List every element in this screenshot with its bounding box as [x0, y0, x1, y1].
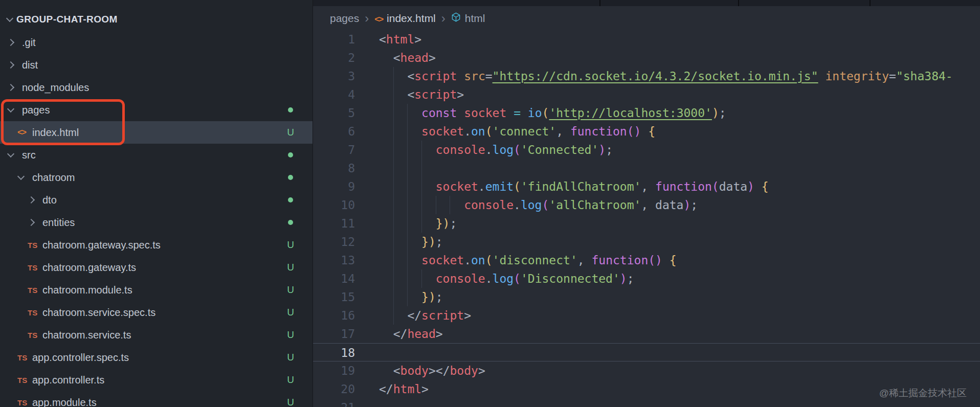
code-token: body	[450, 364, 478, 377]
line-number: 7	[313, 141, 355, 159]
code-line-19[interactable]: 19<body></body>	[313, 361, 980, 380]
indent-guide	[407, 269, 421, 288]
code-line-1[interactable]: 1<html>	[313, 30, 980, 49]
code-line-18[interactable]: 18	[313, 343, 980, 361]
tree-item-dto[interactable]: dto	[0, 189, 313, 211]
chevron-down-icon[interactable]	[17, 173, 25, 180]
code-line-11[interactable]: 11});	[313, 214, 980, 233]
code-token: =	[514, 106, 521, 120]
tree-item-chatroom-service-ts[interactable]: TSchatroom.service.tsU	[0, 324, 313, 346]
line-number: 9	[313, 177, 355, 196]
code-line-15[interactable]: 15});	[313, 288, 980, 306]
code-token: (	[485, 254, 493, 267]
code-line-3[interactable]: 3<script src="https://cdn.socket.io/4.3.…	[313, 67, 980, 85]
code-token: )	[683, 198, 691, 212]
code-token: (	[485, 125, 493, 138]
code-token: socket	[464, 106, 506, 120]
code-token: ;	[436, 290, 443, 304]
file-tree: .gitdistnode_modulespages<>index.htmlUsr…	[0, 31, 313, 407]
code-line-6[interactable]: 6socket.on('connect', function() {	[313, 122, 980, 141]
explorer-section-header[interactable]: GROUP-CHAT-ROOM	[0, 10, 313, 29]
code-token: const	[421, 106, 457, 120]
code-line-14[interactable]: 14console.log('Disconnected');	[313, 269, 980, 288]
code-text: console.log('Disconnected');	[379, 269, 634, 288]
chevron-right-icon[interactable]	[7, 61, 14, 69]
code-text: const socket = io('http://localhost:3000…	[379, 104, 726, 122]
code-text: });	[379, 233, 443, 251]
tree-item--git[interactable]: .git	[0, 31, 313, 54]
code-token: </	[407, 309, 421, 322]
modified-dot-badge	[286, 152, 295, 157]
code-token: function	[591, 254, 648, 267]
code-line-2[interactable]: 2<head>	[313, 49, 980, 67]
tree-item-chatroom[interactable]: chatroom	[0, 166, 313, 189]
tree-item-dist[interactable]: dist	[0, 54, 313, 76]
code-line-10[interactable]: 10console.log('allChatroom', data);	[313, 196, 980, 214]
indent-guide	[407, 122, 421, 141]
code-line-4[interactable]: 4<script>	[313, 85, 980, 104]
code-line-8[interactable]: 8	[313, 159, 980, 177]
code-token: .	[514, 198, 521, 212]
tree-item-chatroom-gateway-spec-ts[interactable]: TSchatroom.gateway.spec.tsU	[0, 234, 313, 256]
code-token: )	[429, 235, 436, 248]
indent-guide	[421, 159, 436, 177]
breadcrumb-item-html[interactable]: html	[451, 12, 485, 25]
code-line-12[interactable]: 12});	[313, 233, 980, 251]
code-text: socket.on('disconnect', function() {	[379, 251, 677, 269]
chevron-down-icon[interactable]	[7, 150, 14, 157]
line-number: 18	[313, 344, 355, 361]
code-token: )	[747, 180, 754, 193]
chevron-right-icon[interactable]	[7, 39, 14, 46]
code-token: data	[719, 180, 747, 193]
git-untracked-badge: U	[286, 284, 295, 296]
tree-item-chatroom-service-spec-ts[interactable]: TSchatroom.service.spec.tsU	[0, 301, 313, 324]
tree-item-app-controller-ts[interactable]: TSapp.controller.tsU	[0, 369, 313, 391]
code-text	[379, 344, 393, 361]
tree-item-chatroom-module-ts[interactable]: TSchatroom.module.tsU	[0, 279, 313, 301]
indent-guide	[379, 251, 393, 269]
breadcrumb-label: pages	[330, 12, 359, 24]
tree-item-index-html[interactable]: <>index.htmlU	[0, 121, 313, 144]
chevron-right-icon[interactable]	[7, 84, 14, 91]
tree-item-src[interactable]: src	[0, 144, 313, 166]
tree-item-app-controller-spec-ts[interactable]: TSapp.controller.spec.tsU	[0, 346, 313, 369]
code-token: on	[471, 254, 485, 267]
code-line-17[interactable]: 17</head>	[313, 325, 980, 343]
chevron-down-icon[interactable]	[7, 105, 14, 112]
breadcrumb-item-index-html[interactable]: <>index.html	[374, 12, 436, 25]
tree-item-app-module-ts[interactable]: TSapp.module.tsU	[0, 391, 313, 407]
code-line-9[interactable]: 9socket.emit('findAllChatroom', function…	[313, 177, 980, 196]
indent-guide	[421, 141, 436, 159]
code-token: {	[648, 125, 655, 138]
typescript-file-icon: TS	[28, 241, 37, 250]
code-token: 'findAllChatroom'	[521, 180, 641, 193]
code-token	[521, 106, 528, 120]
line-number: 20	[313, 380, 355, 398]
code-token: head	[407, 327, 435, 341]
code-token	[457, 106, 464, 120]
code-token: ,	[556, 125, 563, 138]
chevron-right-icon[interactable]	[28, 196, 35, 204]
code-token: .	[478, 180, 485, 193]
indent-guide	[379, 214, 393, 233]
tree-item-chatroom-gateway-ts[interactable]: TSchatroom.gateway.tsU	[0, 256, 313, 279]
code-token: ,	[577, 254, 585, 267]
tree-item-node-modules[interactable]: node_modules	[0, 76, 313, 99]
tree-item-label: .git	[22, 37, 36, 49]
code-line-7[interactable]: 7console.log('Connected');	[313, 141, 980, 159]
code-line-5[interactable]: 5const socket = io('http://localhost:300…	[313, 104, 980, 122]
code-token: console	[436, 143, 485, 156]
code-line-13[interactable]: 13socket.on('disconnect', function() {	[313, 251, 980, 269]
code-line-16[interactable]: 16</script>	[313, 306, 980, 325]
explorer-sidebar: GROUP-CHAT-ROOM .gitdistnode_modulespage…	[0, 0, 313, 407]
code-token	[648, 198, 655, 212]
tree-item-label: chatroom	[32, 172, 75, 184]
breadcrumb-item-pages[interactable]: pages	[330, 12, 359, 25]
chevron-right-icon[interactable]	[28, 219, 35, 226]
line-number: 4	[313, 85, 355, 104]
tree-item-label: entities	[42, 217, 75, 229]
tree-item-pages[interactable]: pages	[0, 99, 313, 121]
code-token: 'connect'	[493, 125, 556, 138]
tree-item-entities[interactable]: entities	[0, 211, 313, 234]
editor-tab-strip	[313, 0, 980, 6]
